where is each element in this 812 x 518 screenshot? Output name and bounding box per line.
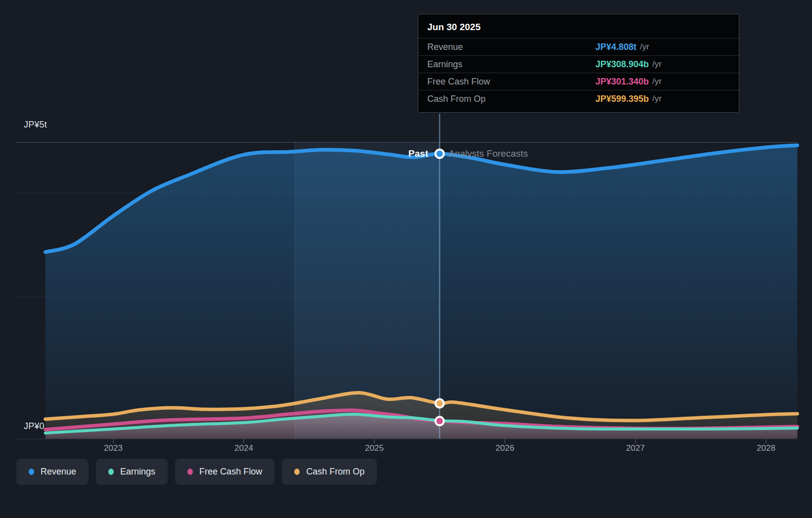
legend-item-cash-from-op[interactable]: Cash From Op xyxy=(282,459,377,485)
legend-item-label: Revenue xyxy=(41,467,76,477)
tooltip-date: Jun 30 2025 xyxy=(418,14,739,38)
legend-item-earnings[interactable]: Earnings xyxy=(96,459,168,485)
y-axis-label-top: JP¥5t xyxy=(24,120,47,130)
tooltip-row-label: Free Cash Flow xyxy=(427,77,595,87)
x-axis-label-2026: 2026 xyxy=(496,443,514,453)
chart-tooltip: Jun 30 2025 RevenueJP¥4.808t/yrEarningsJ… xyxy=(418,14,739,113)
x-axis: 202320242025202620272028 xyxy=(0,443,812,455)
x-axis-label-2024: 2024 xyxy=(234,443,253,453)
tooltip-row-value: JP¥4.808t xyxy=(595,42,636,52)
legend-item-revenue[interactable]: Revenue xyxy=(16,459,89,485)
x-axis-label-2025: 2025 xyxy=(365,443,384,453)
tooltip-row-suffix: /yr xyxy=(652,59,662,69)
legend-dot-cash-from-op-icon xyxy=(294,469,300,475)
tooltip-row-revenue: RevenueJP¥4.808t/yr xyxy=(418,38,739,55)
tooltip-row-value: JP¥301.340b xyxy=(595,77,649,87)
analysts-forecast-label: Analysts Forecasts xyxy=(449,148,528,159)
tooltip-row-suffix: /yr xyxy=(640,42,649,52)
tooltip-row-earnings: EarningsJP¥308.904b/yr xyxy=(418,55,739,73)
marker-free-cash-flow[interactable] xyxy=(437,418,443,424)
past-label: Past xyxy=(389,148,428,159)
legend-item-label: Cash From Op xyxy=(306,467,364,477)
legend-item-label: Earnings xyxy=(120,467,155,477)
tooltip-row-suffix: /yr xyxy=(652,94,662,104)
legend-item-free-cash-flow[interactable]: Free Cash Flow xyxy=(175,459,274,485)
tooltip-row-suffix: /yr xyxy=(652,77,662,86)
earnings-revenue-growth-chart: JP¥5t JP¥0 Past Analysts Forecasts 20232… xyxy=(0,0,812,518)
x-axis-label-2028: 2028 xyxy=(757,443,775,453)
y-axis-label-zero: JP¥0 xyxy=(24,421,45,432)
legend: RevenueEarningsFree Cash FlowCash From O… xyxy=(16,459,377,485)
tooltip-row-cash-from-op: Cash From OpJP¥599.395b/yr xyxy=(418,90,739,107)
tooltip-row-free-cash-flow: Free Cash FlowJP¥301.340b/yr xyxy=(418,73,739,90)
legend-dot-revenue-icon xyxy=(29,469,34,475)
legend-dot-earnings-icon xyxy=(108,469,114,475)
legend-item-label: Free Cash Flow xyxy=(199,467,262,477)
tooltip-row-value: JP¥599.395b xyxy=(595,94,649,104)
marker-cash-from-op[interactable] xyxy=(437,400,443,407)
marker-revenue[interactable] xyxy=(437,151,443,157)
tooltip-row-label: Cash From Op xyxy=(427,94,595,104)
tooltip-row-value: JP¥308.904b xyxy=(595,59,649,70)
legend-dot-free-cash-flow-icon xyxy=(187,469,193,475)
tooltip-row-label: Revenue xyxy=(427,42,595,52)
x-axis-label-2027: 2027 xyxy=(626,443,645,453)
tooltip-row-label: Earnings xyxy=(427,59,595,70)
x-axis-label-2023: 2023 xyxy=(104,443,123,453)
